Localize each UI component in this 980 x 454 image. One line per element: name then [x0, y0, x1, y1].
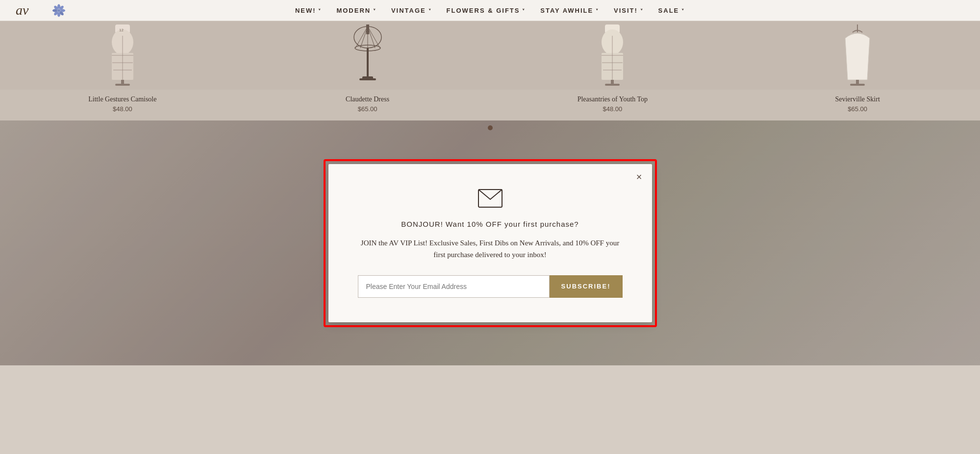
modal-close-button[interactable]: ×: [636, 172, 642, 182]
nav-bar: av NEW! MODERN VINTAGE FLOWERS & GIFTS S…: [0, 0, 980, 21]
product-item-3[interactable]: Pleasantries of Youth Top $48.00: [490, 21, 735, 120]
svg-rect-35: [605, 84, 620, 86]
product-price-1: $48.00: [0, 105, 245, 113]
svg-point-1: [57, 9, 60, 12]
email-input[interactable]: [358, 275, 550, 298]
modal-highlight-border: × BONJOUR! Want 10% OFF your first purch…: [324, 159, 657, 327]
product-price-4: $65.00: [735, 105, 980, 113]
nav-link-flowers[interactable]: FLOWERS & GIFTS: [447, 7, 526, 14]
nav-link-new[interactable]: NEW!: [295, 7, 322, 14]
logo-flower-icon: [51, 2, 67, 18]
nav-item-sale[interactable]: SALE: [658, 6, 685, 15]
modal-overlay: × BONJOUR! Want 10% OFF your first purch…: [0, 120, 980, 365]
nav-item-visit[interactable]: VISIT!: [614, 6, 644, 15]
product-item-4[interactable]: Sevierville Skirt $65.00: [735, 21, 980, 120]
svg-text:av: av: [16, 2, 29, 18]
nav-item-flowers[interactable]: FLOWERS & GIFTS: [447, 6, 526, 15]
svg-rect-42: [850, 84, 865, 86]
product-grid: 12 Little Gestures Camisole $48.00: [0, 21, 980, 120]
nav-link-modern[interactable]: MODERN: [336, 7, 377, 14]
product-name-4: Sevierville Skirt: [735, 96, 980, 103]
nav-link-visit[interactable]: VISIT!: [614, 7, 644, 14]
logo[interactable]: av: [15, 0, 67, 21]
svg-rect-28: [367, 48, 369, 80]
svg-text:12: 12: [119, 28, 124, 32]
product-price-2: $65.00: [245, 105, 490, 113]
nav-link-vintage[interactable]: VINTAGE: [391, 7, 432, 14]
modal-box: × BONJOUR! Want 10% OFF your first purch…: [328, 164, 652, 322]
logo-text: av: [15, 0, 49, 21]
product-item-1[interactable]: 12 Little Gestures Camisole $48.00: [0, 21, 245, 120]
nav-item-stay[interactable]: STAY AWHILE: [540, 6, 599, 15]
svg-rect-14: [115, 84, 130, 86]
product-name-1: Little Gestures Camisole: [0, 96, 245, 103]
product-name-3: Pleasantries of Youth Top: [490, 96, 735, 103]
modal-form: SUBSCRIBE!: [358, 275, 623, 298]
nav-item-new[interactable]: NEW!: [295, 6, 322, 15]
nav-link-stay[interactable]: STAY AWHILE: [540, 7, 599, 14]
banner-area: × BONJOUR! Want 10% OFF your first purch…: [0, 120, 980, 365]
nav-link-sale[interactable]: SALE: [658, 7, 685, 14]
svg-rect-30: [362, 76, 373, 79]
product-item-2[interactable]: Claudette Dress $65.00: [245, 21, 490, 120]
nav-links: NEW! MODERN VINTAGE FLOWERS & GIFTS STAY…: [295, 6, 685, 15]
product-image-4: [735, 21, 980, 90]
modal-body: JOIN the AV VIP List! Exclusive Sales, F…: [358, 237, 623, 261]
product-image-2: [245, 21, 490, 90]
nav-item-modern[interactable]: MODERN: [336, 6, 377, 15]
product-name-2: Claudette Dress: [245, 96, 490, 103]
product-image-1: 12: [0, 21, 245, 90]
product-image-3: [490, 21, 735, 90]
subscribe-button[interactable]: SUBSCRIBE!: [550, 275, 623, 298]
nav-item-vintage[interactable]: VINTAGE: [391, 6, 432, 15]
product-price-3: $48.00: [490, 105, 735, 113]
envelope-icon: [358, 189, 623, 210]
modal-headline: BONJOUR! Want 10% OFF your first purchas…: [358, 220, 623, 228]
